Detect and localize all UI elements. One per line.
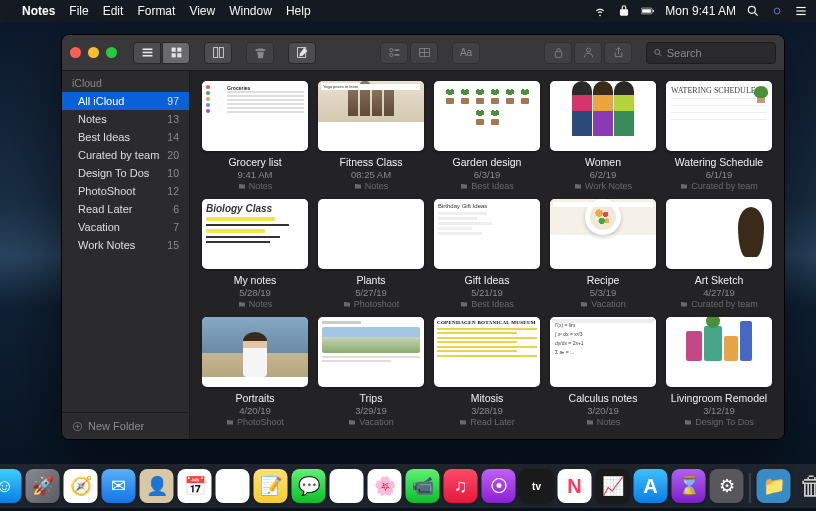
dock-contacts[interactable]: 👤 bbox=[140, 469, 174, 503]
svg-rect-27 bbox=[555, 52, 562, 58]
datetime[interactable]: Mon 9:41 AM bbox=[665, 4, 736, 18]
dock-mail[interactable]: ✉ bbox=[102, 469, 136, 503]
lock-note-button[interactable] bbox=[544, 42, 572, 64]
search-field[interactable] bbox=[646, 42, 776, 64]
dock-calendar[interactable]: 📅 bbox=[178, 469, 212, 503]
menubar: Notes File Edit Format View Window Help … bbox=[0, 0, 816, 22]
format-menu[interactable]: Format bbox=[137, 4, 175, 18]
file-menu[interactable]: File bbox=[69, 4, 88, 18]
dock-trash[interactable]: 🗑 bbox=[795, 469, 817, 503]
delete-button[interactable] bbox=[246, 42, 274, 64]
sidebar-item-photoshoot[interactable]: PhotoShoot12 bbox=[62, 182, 189, 200]
dock-stocks[interactable]: 📈 bbox=[596, 469, 630, 503]
folder-icon bbox=[586, 418, 594, 426]
folder-icon bbox=[680, 300, 688, 308]
lock-icon[interactable] bbox=[617, 4, 631, 18]
sidebar-item-read-later[interactable]: Read Later6 bbox=[62, 200, 189, 218]
gallery-view-button[interactable] bbox=[162, 42, 190, 64]
share-button[interactable] bbox=[604, 42, 632, 64]
table-button[interactable] bbox=[410, 42, 438, 64]
note-card[interactable]: Garden design 6/3/19 Best Ideas bbox=[434, 81, 540, 191]
sidebar-item-notes[interactable]: Notes13 bbox=[62, 110, 189, 128]
sidebar-item-best-ideas[interactable]: Best Ideas14 bbox=[62, 128, 189, 146]
dock-podcasts[interactable]: ⦿ bbox=[482, 469, 516, 503]
dock-facetime[interactable]: 📹 bbox=[406, 469, 440, 503]
note-card[interactable]: Birthday Gift Ideas Gift Ideas 5/21/19 B… bbox=[434, 199, 540, 309]
note-card[interactable]: Art Sketch 4/27/19 Curated by team bbox=[666, 199, 772, 309]
new-folder-button[interactable]: New Folder bbox=[62, 412, 189, 439]
dock-appstore[interactable]: A bbox=[634, 469, 668, 503]
close-button[interactable] bbox=[70, 47, 81, 58]
dock-maps[interactable]: 🗺 bbox=[330, 469, 364, 503]
note-date: 4/27/19 bbox=[703, 287, 735, 298]
attachments-button[interactable] bbox=[204, 42, 232, 64]
note-card[interactable]: Yoga poses to learn Fitness Class 08:25 … bbox=[318, 81, 424, 191]
spotlight-icon[interactable] bbox=[746, 4, 760, 18]
sidebar-item-curated-by-team[interactable]: Curated by team20 bbox=[62, 146, 189, 164]
note-card[interactable]: COPENHAGEN BOTANICAL MUSEUM Mitosis 3/28… bbox=[434, 317, 540, 427]
battery-icon[interactable] bbox=[641, 4, 655, 18]
note-card[interactable]: WATERING SCHEDULE Watering Schedule 6/1/… bbox=[666, 81, 772, 191]
note-title: Garden design bbox=[453, 156, 522, 168]
new-note-button[interactable] bbox=[288, 42, 316, 64]
list-view-button[interactable] bbox=[133, 42, 161, 64]
sidebar-item-all-icloud[interactable]: All iCloud97 bbox=[62, 92, 189, 110]
app-menu[interactable]: Notes bbox=[22, 4, 55, 18]
folder-icon bbox=[348, 418, 356, 426]
dock-reminders[interactable]: ☑ bbox=[216, 469, 250, 503]
help-menu[interactable]: Help bbox=[286, 4, 311, 18]
minimize-button[interactable] bbox=[88, 47, 99, 58]
note-title: Women bbox=[585, 156, 621, 168]
note-card[interactable]: Trips 3/29/19 Vacation bbox=[318, 317, 424, 427]
note-title: Grocery list bbox=[228, 156, 281, 168]
note-card[interactable]: Plants 5/27/19 Photoshoot bbox=[318, 199, 424, 309]
dock: ☺🚀🧭✉👤📅☑📝💬🗺🌸📹♫⦿tvN📈A⌛⚙📁🗑 bbox=[0, 464, 816, 508]
svg-rect-7 bbox=[796, 7, 805, 8]
sidebar-item-vacation[interactable]: Vacation7 bbox=[62, 218, 189, 236]
edit-menu[interactable]: Edit bbox=[103, 4, 124, 18]
dock-downloads[interactable]: 📁 bbox=[757, 469, 791, 503]
note-card[interactable]: Livingroom Remodel 3/12/19 Design To Dos bbox=[666, 317, 772, 427]
collaborate-button[interactable] bbox=[574, 42, 602, 64]
folder-icon bbox=[574, 182, 582, 190]
note-folder: Notes bbox=[238, 181, 273, 191]
format-button[interactable]: Aa bbox=[452, 42, 480, 64]
siri-icon[interactable] bbox=[770, 4, 784, 18]
dock-screentime[interactable]: ⌛ bbox=[672, 469, 706, 503]
note-folder: Best Ideas bbox=[460, 299, 514, 309]
dock-notes[interactable]: 📝 bbox=[254, 469, 288, 503]
dock-news[interactable]: N bbox=[558, 469, 592, 503]
notes-gallery[interactable]: Groceries Grocery list 9:41 AM NotesYoga… bbox=[190, 71, 784, 439]
svg-point-5 bbox=[771, 5, 783, 17]
note-date: 6/3/19 bbox=[474, 169, 500, 180]
wifi-icon[interactable] bbox=[593, 4, 607, 18]
note-card[interactable]: Recipe 5/3/19 Vacation bbox=[550, 199, 656, 309]
dock-photos[interactable]: 🌸 bbox=[368, 469, 402, 503]
note-card[interactable]: Groceries Grocery list 9:41 AM Notes bbox=[202, 81, 308, 191]
note-card[interactable]: Women 6/2/19 Work Notes bbox=[550, 81, 656, 191]
dock-tv[interactable]: tv bbox=[520, 469, 554, 503]
window-menu[interactable]: Window bbox=[229, 4, 272, 18]
dock-finder[interactable]: ☺ bbox=[0, 469, 22, 503]
dock-music[interactable]: ♫ bbox=[444, 469, 478, 503]
view-menu[interactable]: View bbox=[189, 4, 215, 18]
zoom-button[interactable] bbox=[106, 47, 117, 58]
svg-rect-14 bbox=[177, 48, 181, 52]
dock-settings[interactable]: ⚙ bbox=[710, 469, 744, 503]
note-card[interactable]: Biology Class My notes 5/28/19 Notes bbox=[202, 199, 308, 309]
sidebar-item-design-to-dos[interactable]: Design To Dos10 bbox=[62, 164, 189, 182]
checklist-button[interactable] bbox=[380, 42, 408, 64]
notification-center-icon[interactable] bbox=[794, 4, 808, 18]
dock-safari[interactable]: 🧭 bbox=[64, 469, 98, 503]
note-card[interactable]: f'(x) = lim∫ x² dx = x³/3dy/dx = 2x+1Σ a… bbox=[550, 317, 656, 427]
search-input[interactable] bbox=[667, 47, 769, 59]
sidebar-item-work-notes[interactable]: Work Notes15 bbox=[62, 236, 189, 254]
dock-launchpad[interactable]: 🚀 bbox=[26, 469, 60, 503]
svg-rect-21 bbox=[394, 49, 399, 51]
note-folder: Curated by team bbox=[680, 299, 758, 309]
folder-icon bbox=[684, 418, 692, 426]
dock-messages[interactable]: 💬 bbox=[292, 469, 326, 503]
note-card[interactable]: Portraits 4/20/19 PhotoShoot bbox=[202, 317, 308, 427]
note-thumbnail bbox=[666, 317, 772, 387]
note-title: Livingroom Remodel bbox=[671, 392, 767, 404]
